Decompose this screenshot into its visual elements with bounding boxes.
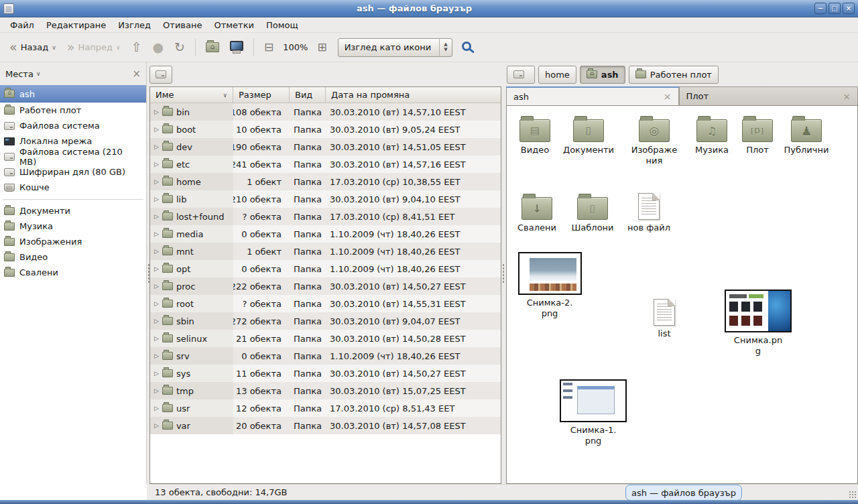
- expander-icon[interactable]: ▷: [154, 335, 159, 342]
- filesystem-root-button[interactable]: [149, 66, 172, 84]
- expander-icon[interactable]: ▷: [154, 318, 159, 324]
- expander-icon[interactable]: ▷: [154, 265, 159, 272]
- up-button[interactable]: ⇧: [127, 38, 146, 57]
- minimize-button[interactable]: −: [814, 3, 826, 14]
- menu-item[interactable]: Изглед: [112, 19, 157, 32]
- expander-icon[interactable]: ▷: [154, 370, 159, 377]
- table-row[interactable]: ▷ sys 11 обекта Папка 30.03.2010 (вт) 14…: [150, 365, 501, 382]
- table-row[interactable]: ▷ usr 12 обекта Папка 17.03.2010 (ср) 8,…: [150, 399, 501, 417]
- column-header-name[interactable]: Име ∨: [150, 87, 233, 103]
- tab[interactable]: ash ×: [506, 86, 679, 105]
- column-header-size[interactable]: Размер: [233, 87, 290, 103]
- expander-icon[interactable]: ▷: [154, 161, 159, 168]
- place-item[interactable]: Изображения: [0, 234, 146, 249]
- expander-icon[interactable]: ▷: [154, 143, 159, 150]
- place-item[interactable]: Видео: [0, 249, 146, 265]
- zoom-in-button[interactable]: ⊞: [313, 38, 330, 56]
- table-row[interactable]: ▷ proc 222 обекта Папка 30.03.2010 (вт) …: [150, 277, 501, 295]
- place-item[interactable]: Файлова система (210 MB): [0, 149, 146, 164]
- forward-button[interactable]: » Напред ∨: [63, 38, 125, 57]
- table-row[interactable]: ▷ opt 0 обекта Папка 1.10.2009 (чт) 18,4…: [150, 260, 501, 277]
- expander-icon[interactable]: ▷: [154, 387, 159, 394]
- tab[interactable]: Плот ×: [679, 86, 858, 105]
- table-row[interactable]: ▷ lost+found ? обекта Папка 17.03.2010 (…: [150, 208, 501, 225]
- column-header-date[interactable]: Дата на промяна: [326, 87, 501, 103]
- breadcrumb[interactable]: home: [538, 66, 576, 84]
- places-close-icon[interactable]: ×: [132, 68, 141, 80]
- menu-item[interactable]: Отметки: [208, 19, 259, 32]
- view-mode-spinner[interactable]: ▲▼: [439, 39, 451, 56]
- table-row[interactable]: ▷ lib 210 обекта Папка 30.03.2010 (вт) 9…: [150, 190, 501, 208]
- expander-icon[interactable]: ▷: [154, 353, 159, 359]
- icon-view-item[interactable]: Документи: [560, 115, 617, 155]
- table-row[interactable]: ▷ home 1 обект Папка 17.03.2010 (ср) 10,…: [150, 173, 501, 190]
- expander-icon[interactable]: ▷: [154, 300, 159, 307]
- table-row[interactable]: ▷ etc 241 обекта Папка 30.03.2010 (вт) 1…: [150, 155, 501, 173]
- column-header-type[interactable]: Вид: [290, 87, 326, 103]
- view-mode-select[interactable]: Изглед като икони ▲▼: [338, 38, 452, 57]
- expander-icon[interactable]: ▷: [154, 231, 159, 237]
- expander-icon[interactable]: ▷: [154, 109, 159, 115]
- home-button[interactable]: [202, 39, 223, 56]
- zoom-out-button[interactable]: ⊟: [260, 38, 278, 56]
- tab-close-icon[interactable]: ×: [664, 91, 672, 102]
- table-row[interactable]: ▷ tmp 13 обекта Папка 30.03.2010 (вт) 15…: [150, 382, 501, 399]
- icon-view-item[interactable]: Шаблони: [564, 193, 621, 233]
- table-row[interactable]: ▷ selinux 21 обекта Папка 30.03.2010 (вт…: [150, 330, 501, 347]
- pane-splitter[interactable]: [501, 62, 506, 484]
- icon-view-item[interactable]: list: [636, 299, 692, 339]
- table-row[interactable]: ▷ boot 10 обекта Папка 30.03.2010 (вт) 9…: [150, 121, 501, 138]
- icon-view-item[interactable]: Снимка.png: [723, 290, 793, 357]
- table-row[interactable]: ▷ sbin 272 обекта Папка 30.03.2010 (вт) …: [150, 312, 501, 330]
- icon-view-item[interactable]: нов файл: [621, 193, 677, 233]
- back-button[interactable]: « Назад ∨: [5, 38, 60, 57]
- expander-icon[interactable]: ▷: [154, 283, 159, 290]
- places-dropdown-icon[interactable]: ∨: [36, 70, 41, 77]
- place-item[interactable]: Работен плот: [0, 103, 146, 118]
- expander-icon[interactable]: ▷: [154, 213, 159, 220]
- breadcrumb[interactable]: ash: [580, 66, 625, 84]
- breadcrumb[interactable]: Работен плот: [629, 66, 719, 84]
- icon-view-item[interactable]: Видео: [507, 115, 563, 155]
- table-row[interactable]: ▷ bin 108 обекта Папка 30.03.2010 (вт) 1…: [150, 103, 501, 121]
- expander-icon[interactable]: ▷: [154, 178, 159, 185]
- reload-button[interactable]: ↻: [170, 38, 189, 57]
- icon-view-item[interactable]: Снимка-2.png: [516, 252, 583, 320]
- expander-icon[interactable]: ▷: [154, 422, 159, 429]
- computer-button[interactable]: [226, 38, 247, 57]
- place-item[interactable]: Свалени: [0, 265, 146, 280]
- place-item[interactable]: Шифриран дял (80 GB): [0, 164, 146, 180]
- table-row[interactable]: ▷ root ? обекта Папка 30.03.2010 (вт) 14…: [150, 295, 501, 312]
- expander-icon[interactable]: ▷: [154, 196, 159, 202]
- place-item[interactable]: Музика: [0, 218, 146, 234]
- icon-view-item[interactable]: Публични: [778, 115, 835, 155]
- places-title[interactable]: Места: [5, 69, 34, 79]
- back-history-dropdown[interactable]: ∨: [52, 44, 56, 51]
- close-button[interactable]: ×: [843, 3, 855, 14]
- table-row[interactable]: ▷ media 0 обекта Папка 1.10.2009 (чт) 18…: [150, 225, 501, 243]
- breadcrumb[interactable]: [507, 66, 535, 84]
- expander-icon[interactable]: ▷: [154, 405, 159, 412]
- expander-icon[interactable]: ▷: [154, 248, 159, 255]
- icon-view-item[interactable]: Снимка-1.png: [558, 379, 628, 447]
- place-item[interactable]: ash: [0, 85, 146, 103]
- menu-item[interactable]: Файл: [4, 19, 40, 32]
- table-row[interactable]: ▷ var 20 обекта Папка 30.03.2010 (вт) 14…: [150, 417, 501, 434]
- place-item[interactable]: Файлова система: [0, 118, 146, 133]
- maximize-button[interactable]: □: [829, 3, 841, 14]
- place-item[interactable]: Документи: [0, 203, 146, 218]
- taskbar-window-button[interactable]: ash — файлов браузър: [625, 485, 742, 501]
- menu-item[interactable]: Отиване: [157, 19, 208, 32]
- expander-icon[interactable]: ▷: [154, 126, 159, 133]
- icon-view-item[interactable]: Свалени: [509, 193, 565, 233]
- table-row[interactable]: ▷ mnt 1 обект Папка 1.10.2009 (чт) 18,40…: [150, 243, 501, 260]
- tab-close-icon[interactable]: ×: [843, 91, 851, 102]
- table-row[interactable]: ▷ srv 0 обекта Папка 1.10.2009 (чт) 18,4…: [150, 347, 501, 365]
- table-row[interactable]: ▷ dev 190 обекта Папка 30.03.2010 (вт) 1…: [150, 138, 501, 155]
- menu-item[interactable]: Редактиране: [40, 19, 112, 32]
- stop-button[interactable]: ●: [148, 38, 168, 57]
- place-item[interactable]: Кошче: [0, 180, 146, 195]
- icon-view-item[interactable]: Изображения: [626, 115, 682, 167]
- search-icon[interactable]: [462, 42, 471, 51]
- icon-view-item[interactable]: Плот: [729, 115, 786, 155]
